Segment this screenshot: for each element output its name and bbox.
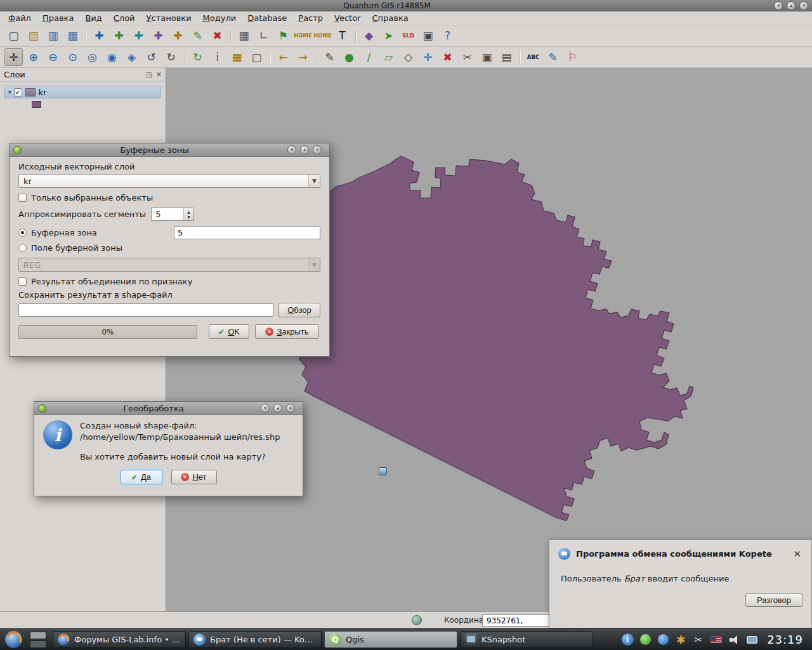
keyboard-layout-flag-icon[interactable] — [709, 632, 724, 647]
text-annotation-icon[interactable]: T — [333, 27, 351, 45]
save-path-input[interactable] — [18, 303, 273, 317]
paste-features-icon[interactable]: ▤ — [497, 48, 516, 66]
refresh-icon[interactable]: ↻ — [188, 48, 207, 66]
labeling-icon[interactable]: ABC — [524, 48, 542, 66]
new-shapefile-icon[interactable]: ✎ — [188, 27, 207, 45]
add-wms-layer-icon[interactable]: ✚ — [169, 27, 187, 45]
ok-button[interactable]: ✔ OK — [209, 324, 249, 339]
save-project-icon[interactable]: ▥ — [44, 27, 62, 45]
taskbar-task[interactable]: Брат (Не в сети) — Kopete — [188, 631, 322, 648]
open-project-icon[interactable]: ▤ — [24, 27, 43, 45]
menu-item[interactable]: Database — [242, 12, 292, 24]
firefox-launcher[interactable] — [5, 631, 22, 648]
add-spatialite-layer-icon[interactable]: ✚ — [149, 27, 167, 45]
python-console-icon[interactable]: ➤ — [379, 27, 398, 45]
zoom-last-icon[interactable]: ↺ — [142, 48, 160, 66]
zoom-in-icon[interactable]: ⊕ — [24, 48, 43, 66]
zoom-next-icon[interactable]: ↻ — [162, 48, 180, 66]
klipper-icon[interactable]: ✂ — [691, 632, 706, 647]
home-extent-icon[interactable]: HOME — [294, 27, 312, 45]
undo-icon[interactable]: ← — [274, 48, 292, 66]
copy-features-icon[interactable]: ▣ — [478, 48, 496, 66]
dissolve-checkbox[interactable] — [18, 277, 27, 286]
add-raster-layer-icon[interactable]: ✚ — [110, 27, 128, 45]
taskbar-task[interactable]: KSnapshot — [460, 631, 593, 648]
toolbar-separator[interactable] — [353, 27, 358, 45]
layer-row[interactable]: ▾ ✔ kr — [4, 86, 161, 98]
bookmark-home-icon[interactable]: HOME — [313, 27, 332, 45]
toolbar-separator[interactable] — [267, 48, 273, 66]
menu-item[interactable]: Вид — [79, 12, 107, 24]
menu-item[interactable]: Модули — [197, 12, 242, 24]
talk-button[interactable]: Разговор — [745, 594, 802, 607]
zoom-layer-icon[interactable]: ◈ — [122, 48, 141, 66]
dialog-close-icon[interactable]: ✕ — [313, 145, 322, 154]
close-button[interactable]: ✕ Закрыть — [255, 324, 319, 339]
toolbar-separator[interactable] — [313, 48, 319, 66]
menu-item[interactable]: Слой — [108, 12, 141, 24]
attribute-table-icon[interactable]: ▦ — [235, 27, 253, 45]
spinner-arrows-icon[interactable]: ▲▼ — [183, 208, 193, 220]
dialog-minimize-icon[interactable]: ▾ — [261, 404, 270, 413]
add-postgis-layer-icon[interactable]: ✚ — [129, 27, 148, 45]
remove-layer-icon[interactable]: ✖ — [208, 27, 226, 45]
menu-item[interactable]: Vector — [329, 12, 366, 24]
cut-features-icon[interactable]: ✂ — [458, 48, 476, 66]
capture-line-icon[interactable]: ∕ — [360, 48, 378, 66]
toolbar-separator[interactable] — [228, 27, 233, 45]
measure-dropdown-icon[interactable]: ∟ — [254, 27, 273, 45]
no-button[interactable]: ✕ Нет — [171, 470, 217, 484]
dialog-maximize-icon[interactable]: ▴ — [300, 145, 309, 154]
kopete-status-icon[interactable] — [655, 632, 671, 647]
dialog-titlebar[interactable]: Буферные зоны ▾ ▴ ✕ — [10, 143, 329, 157]
zoom-actual-icon[interactable]: ⊙ — [63, 48, 82, 66]
dialog-maximize-icon[interactable]: ▴ — [273, 404, 282, 413]
decoration-icon[interactable]: ⚐ — [563, 48, 582, 66]
pan-icon[interactable]: ✛ — [4, 48, 23, 66]
dialog-close-icon[interactable]: ✕ — [286, 404, 295, 413]
only-selected-row[interactable]: Только выбранные объекты — [18, 193, 320, 202]
dialog-titlebar[interactable]: Геообработка ▾ ▴ ✕ — [34, 402, 303, 415]
toolbar-separator[interactable] — [83, 27, 89, 45]
dissolve-row[interactable]: Результат объединения по признаку — [18, 277, 320, 286]
copy-style-icon[interactable]: ▣ — [419, 27, 437, 45]
menu-item[interactable]: Растр — [292, 12, 329, 24]
save-project-as-icon[interactable]: ▦ — [63, 27, 82, 45]
only-selected-checkbox[interactable] — [18, 194, 27, 202]
panel-float-icon[interactable]: ◳ — [145, 70, 152, 79]
add-vector-layer-icon[interactable]: ✚ — [90, 27, 108, 45]
tree-expander-icon[interactable]: ▾ — [8, 89, 11, 95]
buffer-field-radio[interactable] — [18, 244, 27, 252]
taskbar-task[interactable]: Форумы GIS-Lab.info • Просм — [53, 631, 186, 648]
display-settings-icon[interactable] — [744, 632, 759, 647]
sld-export-icon[interactable]: SLD — [399, 27, 417, 45]
minimize-icon[interactable]: ▾ — [774, 1, 783, 10]
source-layer-combobox[interactable]: kr ▼ — [18, 174, 320, 188]
delete-selected-icon[interactable]: ✖ — [438, 48, 457, 66]
node-tool-icon[interactable]: ◇ — [399, 48, 417, 66]
panel-close-icon[interactable]: ✕ — [156, 70, 162, 79]
move-feature-icon[interactable]: ✛ — [419, 48, 437, 66]
select-features-icon[interactable]: ▦ — [228, 48, 246, 66]
help-icon[interactable]: ? — [438, 27, 457, 45]
toolbar-separator[interactable] — [181, 48, 187, 66]
browse-button[interactable]: Обзор — [278, 303, 320, 317]
toolbar-separator[interactable] — [517, 48, 523, 66]
layer-checkbox[interactable]: ✔ — [14, 88, 22, 96]
buffer-distance-radio[interactable] — [18, 229, 27, 237]
zoom-selection-icon[interactable]: ◉ — [103, 48, 121, 66]
capture-point-icon[interactable]: ● — [340, 48, 358, 66]
kde-settings-icon[interactable]: ✱ — [673, 632, 688, 647]
volume-icon[interactable] — [726, 632, 742, 647]
notifications-icon[interactable]: i — [620, 632, 635, 647]
dialog-minimize-icon[interactable]: ▾ — [287, 145, 296, 154]
menu-item[interactable]: Файл — [3, 12, 37, 24]
identify-icon[interactable]: i — [208, 48, 226, 66]
menu-item[interactable]: Справка — [367, 12, 414, 24]
segments-spinner[interactable]: 5 ▲▼ — [151, 208, 194, 221]
kopete-online-icon[interactable] — [638, 632, 653, 647]
capture-polygon-icon[interactable]: ▱ — [379, 48, 398, 66]
menu-item[interactable]: Установки — [141, 12, 197, 24]
desktop-pager-2[interactable] — [30, 640, 46, 648]
map-tips-icon[interactable]: ⚑ — [274, 27, 292, 45]
